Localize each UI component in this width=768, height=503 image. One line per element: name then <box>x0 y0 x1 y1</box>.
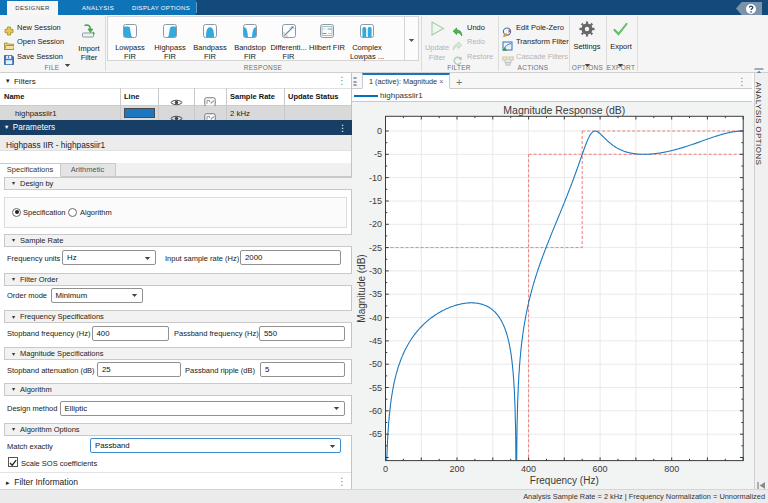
svg-text:400: 400 <box>521 464 536 474</box>
svg-text:0: 0 <box>383 464 388 474</box>
svg-text:200: 200 <box>449 464 464 474</box>
svg-text:-35: -35 <box>369 289 382 299</box>
svg-text:-15: -15 <box>369 196 382 206</box>
svg-text:-10: -10 <box>369 173 382 183</box>
svg-text:Magnitude (dB): Magnitude (dB) <box>356 254 367 322</box>
svg-text:-25: -25 <box>369 243 382 253</box>
svg-text:-20: -20 <box>369 219 382 229</box>
svg-text:-65: -65 <box>369 429 382 439</box>
svg-text:-55: -55 <box>369 383 382 393</box>
svg-text:-30: -30 <box>369 266 382 276</box>
svg-text:Frequency (Hz): Frequency (Hz) <box>530 475 599 486</box>
svg-text:-40: -40 <box>369 313 382 323</box>
svg-text:-50: -50 <box>369 359 382 369</box>
svg-text:-45: -45 <box>369 336 382 346</box>
svg-text:800: 800 <box>664 464 679 474</box>
svg-text:600: 600 <box>593 464 608 474</box>
svg-text:-60: -60 <box>369 406 382 416</box>
svg-text:-5: -5 <box>374 149 382 159</box>
svg-text:0: 0 <box>377 126 382 136</box>
svg-text:Magnitude Response (dB): Magnitude Response (dB) <box>503 104 625 116</box>
